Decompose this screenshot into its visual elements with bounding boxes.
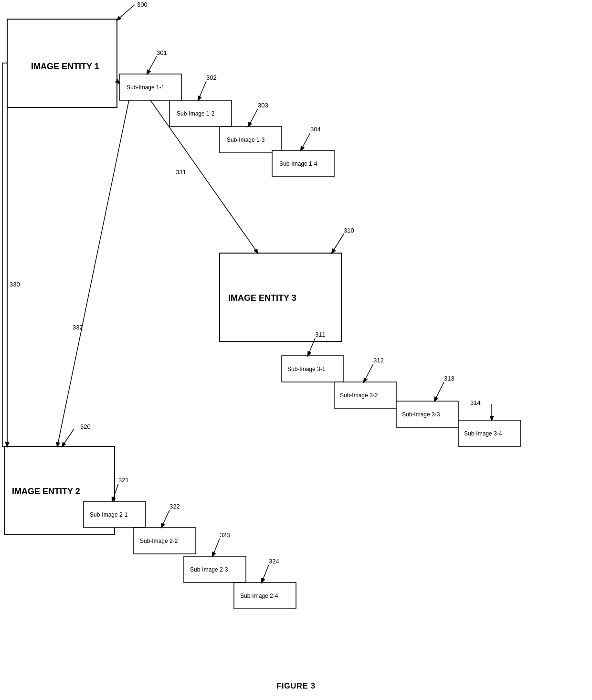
label-321: 321 (118, 477, 129, 484)
label-323: 323 (220, 531, 230, 539)
arrow-324 (262, 565, 269, 583)
arrow-310 (332, 234, 344, 253)
arrow-322 (161, 510, 169, 528)
sub14-label: Sub-Image 1-4 (279, 160, 317, 167)
label-330: 330 (10, 281, 20, 288)
diagram-svg: IMAGE ENTITY 1 300 Sub-Image 1-1 301 Sub… (0, 0, 592, 678)
arrow-301 (147, 56, 157, 74)
figure-label: FIGURE 3 (276, 682, 316, 690)
label-312: 312 (373, 357, 384, 364)
sub12-label: Sub-Image 1-2 (177, 110, 215, 117)
label-300: 300 (137, 1, 148, 8)
label-304: 304 (310, 126, 321, 133)
arrow-312 (364, 364, 373, 382)
feedback-loop (2, 63, 7, 446)
label-301: 301 (157, 49, 167, 56)
label-302: 302 (206, 74, 217, 81)
label-303: 303 (258, 102, 268, 109)
arrow-320 (62, 429, 74, 446)
sub21-label: Sub-Image 2-1 (90, 511, 128, 518)
arrow-302 (198, 81, 206, 100)
label-310: 310 (344, 227, 354, 234)
sub32-label: Sub-Image 3-2 (340, 392, 378, 399)
arrow-313 (434, 382, 444, 401)
entity2-label: IMAGE ENTITY 2 (12, 487, 80, 496)
entity1-label: IMAGE ENTITY 1 (31, 62, 99, 71)
label-313: 313 (444, 375, 455, 382)
label-314: 314 (470, 399, 481, 406)
arrow-300 (117, 5, 135, 20)
sub13-label: Sub-Image 1-3 (227, 137, 265, 143)
arrow-332-line (57, 100, 129, 446)
sub23-label: Sub-Image 2-3 (190, 566, 228, 573)
sub11-label: Sub-Image 1-1 (127, 84, 165, 91)
label-331: 331 (176, 169, 186, 176)
sub24-label: Sub-Image 2-4 (240, 593, 278, 599)
sub22-label: Sub-Image 2-2 (140, 538, 178, 544)
arrow-323 (212, 539, 220, 556)
label-324: 324 (269, 558, 279, 565)
sub31-label: Sub-Image 3-1 (287, 366, 326, 372)
label-311: 311 (315, 331, 326, 338)
arrow-303 (248, 109, 258, 127)
label-320: 320 (80, 423, 91, 430)
label-332: 332 (73, 324, 83, 331)
arrow-304 (301, 133, 310, 150)
sub33-label: Sub-Image 3-3 (402, 411, 440, 418)
label-322: 322 (169, 503, 180, 510)
sub34-label: Sub-Image 3-4 (464, 430, 502, 437)
diagram: IMAGE ENTITY 1 300 Sub-Image 1-1 301 Sub… (0, 0, 592, 678)
entity3-label: IMAGE ENTITY 3 (228, 293, 296, 303)
